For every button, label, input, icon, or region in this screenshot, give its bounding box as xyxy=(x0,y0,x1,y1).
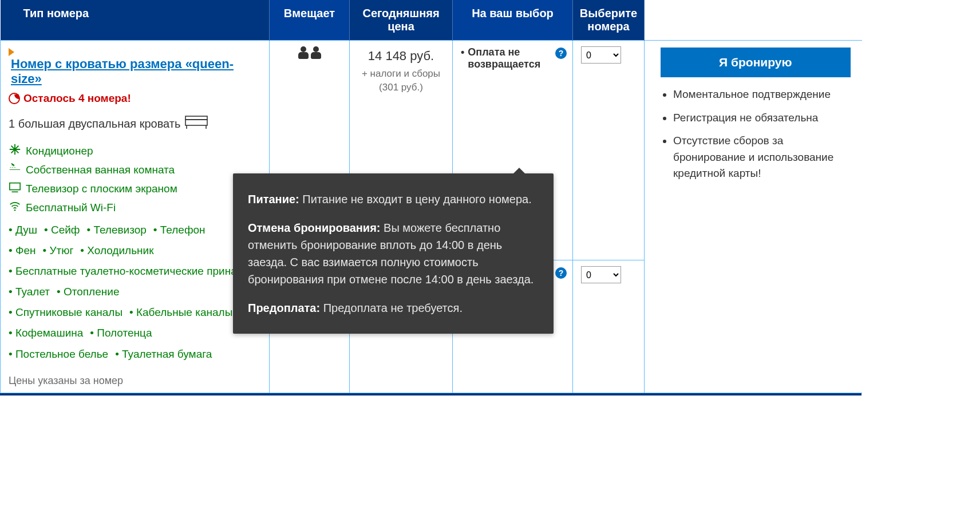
scarcity-badge: Осталось 4 номера! xyxy=(9,92,261,105)
bed-info: 1 большая двуспальная кровать xyxy=(9,115,261,133)
room-info-cell: Номер с кроватью размера «queen-size» Ос… xyxy=(1,41,270,393)
help-icon[interactable]: ? xyxy=(555,48,567,59)
header-room-type: Тип номера xyxy=(1,0,270,41)
facility-bullet: Отопление xyxy=(57,286,119,298)
price-note: Цены указаны за номер xyxy=(9,375,261,387)
facility-bullet: Спутниковые каналы xyxy=(9,306,122,318)
expand-caret-icon[interactable] xyxy=(9,48,14,56)
sidebar-benefit: Моментальное подтверждение xyxy=(673,86,851,103)
select-cell-2: 0 xyxy=(573,260,645,393)
facility-bullet: Телефон xyxy=(153,224,206,236)
facility-wifi: Бесплатный Wi-Fi xyxy=(9,200,261,215)
facility-bullet: Утюг xyxy=(42,244,73,256)
facility-bath: Собственная ванная комната xyxy=(9,162,261,177)
header-choice: На ваш выбор xyxy=(453,0,573,41)
room-quantity-select-1[interactable]: 0 xyxy=(581,46,621,64)
sidebar-benefit: Отсутствие сборов за бронирование и испо… xyxy=(673,133,851,182)
bed-icon xyxy=(185,115,208,133)
svg-point-7 xyxy=(14,209,16,211)
facility-bullet: Постельное белье xyxy=(9,348,108,360)
person-icon xyxy=(298,46,309,59)
conditions-tooltip: Питание: Питание не входит в цену данног… xyxy=(233,173,554,334)
person-icon xyxy=(311,46,321,59)
tv-icon xyxy=(9,181,21,196)
facility-bullet: Туалетная бумага xyxy=(115,348,212,360)
facility-bullet: Кофемашина xyxy=(9,327,83,339)
svg-rect-4 xyxy=(10,169,20,170)
facility-bullet: Холодильник xyxy=(80,244,153,256)
select-cell-1: 0 xyxy=(573,41,645,260)
svg-rect-5 xyxy=(10,183,20,190)
facility-ac: Кондиционер xyxy=(9,143,261,159)
clock-icon xyxy=(9,93,20,104)
facility-bullet: Фен xyxy=(9,244,35,256)
header-select: Выберите номера xyxy=(573,0,645,41)
sidebar-cell: Я бронирую Моментальное подтверждениеРег… xyxy=(645,41,862,393)
svg-rect-1 xyxy=(185,120,207,125)
ac-icon xyxy=(9,143,21,159)
header-fits: Вмещает xyxy=(270,0,350,41)
book-button[interactable]: Я бронирую xyxy=(661,48,851,77)
bath-icon xyxy=(9,162,21,177)
facility-bullet: Кабельные каналы xyxy=(129,306,232,318)
room-quantity-select-2[interactable]: 0 xyxy=(581,266,621,283)
svg-rect-0 xyxy=(185,116,207,120)
facility-bullet: Полотенца xyxy=(90,327,152,339)
sidebar-benefit: Регистрация не обязательна xyxy=(673,110,851,126)
facility-bullet: Сейф xyxy=(44,224,80,236)
facility-bullet: Телевизор xyxy=(86,224,146,236)
header-price: Сегодняшняя цена xyxy=(350,0,453,41)
facility-bullet: Душ xyxy=(9,224,37,236)
wifi-icon xyxy=(9,200,21,215)
help-icon[interactable]: ? xyxy=(555,267,567,279)
facility-bullet: Туалет xyxy=(9,286,50,298)
room-name-link[interactable]: Номер с кроватью размера «queen-size» xyxy=(9,57,261,86)
facility-tv: Телевизор с плоским экраном xyxy=(9,181,261,196)
